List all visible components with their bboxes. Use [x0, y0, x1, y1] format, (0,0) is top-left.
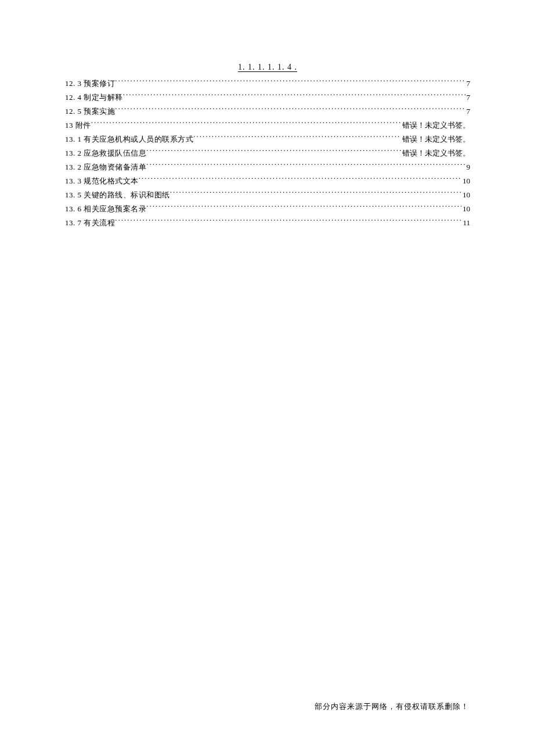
- toc-entry-page-error: 错误！未定义书签。: [401, 118, 470, 132]
- toc-entry: 13. 1 有关应急机构或人员的联系方式 错误！未定义书签。: [65, 132, 470, 146]
- toc-entry-label: 13. 1 有关应急机构或人员的联系方式: [65, 132, 193, 146]
- toc-leader-dots: [115, 106, 465, 114]
- toc-entry: 12. 5 预案实施 7: [65, 105, 470, 118]
- toc-entry-label: 13. 7 有关流程: [65, 216, 115, 230]
- toc-leader-dots: [115, 78, 465, 86]
- toc-entry: 13. 2 应急物资储备清单 9: [65, 160, 470, 174]
- toc-entry-page: 11: [461, 216, 470, 230]
- toc-entry-label: 13. 6 相关应急预案名录: [65, 202, 146, 216]
- toc-leader-dots: [146, 162, 465, 170]
- toc-entry-page-error: 错误！未定义书签。: [401, 132, 470, 146]
- toc-entry-label: 13. 3 规范化格式文本: [65, 174, 139, 188]
- toc-entry-page: 9: [466, 160, 471, 174]
- toc-leader-dots: [115, 218, 461, 225]
- toc-entry-page: 10: [461, 174, 470, 188]
- toc-entry: 13. 2 应急救援队伍信息 错误！未定义书签。: [65, 146, 470, 160]
- toc-entry-page: 10: [461, 202, 470, 216]
- toc-leader-dots: [146, 148, 401, 156]
- toc-entry-page: 7: [466, 77, 471, 91]
- toc-leader-dots: [139, 176, 461, 183]
- footer-note: 部分内容来源于网络，有侵权请联系删除！: [315, 701, 469, 712]
- toc-entry: 13. 5 关键的路线、标识和图纸 10: [65, 188, 470, 202]
- toc-leader-dots: [170, 190, 461, 197]
- table-of-contents: 12. 3 预案修订 7 12. 4 制定与解释 7 12. 5 预案实施 7 …: [65, 77, 470, 231]
- toc-entry-label: 12. 5 预案实施: [65, 105, 115, 118]
- page-header: 1. 1. 1. 1. 1. 4 .: [65, 63, 470, 73]
- toc-leader-dots: [91, 120, 401, 128]
- toc-entry-label: 13 附件: [65, 118, 91, 132]
- toc-entry-page-error: 错误！未定义书签。: [401, 146, 470, 160]
- toc-entry-label: 13. 2 应急物资储备清单: [65, 160, 146, 174]
- toc-entry-page: 7: [466, 91, 471, 105]
- toc-entry: 13. 3 规范化格式文本 10: [65, 174, 470, 188]
- toc-entry-label: 12. 3 预案修订: [65, 77, 115, 91]
- toc-entry-page: 7: [466, 105, 471, 118]
- toc-entry-page: 10: [461, 188, 470, 202]
- toc-entry: 13. 7 有关流程 11: [65, 216, 470, 230]
- toc-leader-dots: [123, 92, 466, 100]
- toc-entry: 12. 3 预案修订 7: [65, 77, 470, 91]
- toc-entry-label: 13. 5 关键的路线、标识和图纸: [65, 188, 170, 202]
- toc-leader-dots: [146, 204, 461, 211]
- toc-entry-label: 13. 2 应急救援队伍信息: [65, 146, 146, 160]
- toc-entry: 13 附件 错误！未定义书签。: [65, 118, 470, 132]
- toc-entry: 12. 4 制定与解释 7: [65, 91, 470, 105]
- toc-entry-label: 12. 4 制定与解释: [65, 91, 123, 105]
- toc-entry: 13. 6 相关应急预案名录 10: [65, 202, 470, 216]
- toc-leader-dots: [193, 134, 401, 142]
